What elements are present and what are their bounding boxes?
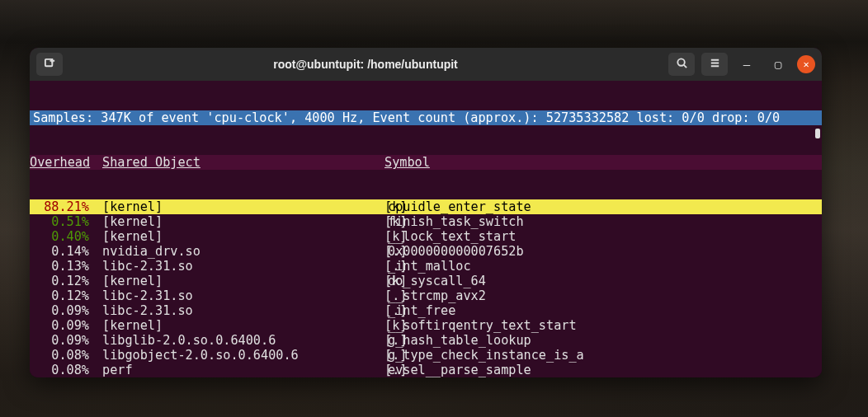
overhead-value: 0.08% — [30, 363, 96, 377]
svg-point-3 — [677, 59, 684, 65]
shared-object-value: libgobject-2.0.so.0.6400.6 — [96, 348, 351, 363]
header-shared-object: Shared Object — [96, 155, 351, 170]
perf-status-line: Samples: 347K of event 'cpu-clock', 4000… — [30, 110, 822, 125]
symbol-tag: [.] — [351, 333, 384, 348]
symbol-tag: [.] — [351, 259, 384, 274]
table-row[interactable]: 0.08%perf[.]evsel__parse_sample — [30, 363, 822, 377]
header-overhead: Overhead — [30, 155, 96, 170]
table-row[interactable]: 0.09%[kernel][k]__softirqentry_text_star… — [30, 318, 822, 333]
new-tab-button[interactable] — [36, 53, 63, 76]
symbol-tag: [.] — [351, 244, 384, 259]
table-row[interactable]: 0.12%libc-2.31.so[.]__strcmp_avx2 — [30, 288, 822, 303]
column-headers: OverheadShared ObjectSymbol — [30, 155, 822, 170]
terminal-window: root@ubuntupit: /home/ubuntupit — ▢ ✕ Sa… — [30, 48, 822, 377]
maximize-button[interactable]: ▢ — [766, 53, 790, 76]
symbol-tag: [k] — [351, 199, 384, 214]
perf-rows: 88.21%[kernel][k]cpuidle_enter_state0.51… — [30, 199, 822, 377]
symbol-value: g_type_check_instance_is_a — [384, 348, 822, 363]
symbol-value: do_syscall_64 — [384, 274, 822, 288]
overhead-value: 0.14% — [30, 244, 96, 259]
overhead-value: 0.09% — [30, 333, 96, 348]
minimize-icon: — — [743, 58, 750, 71]
shared-object-value: libc-2.31.so — [96, 288, 351, 303]
hamburger-icon — [709, 57, 721, 72]
symbol-value: __strcmp_avx2 — [384, 288, 822, 303]
symbol-tag: [k] — [351, 318, 384, 333]
shared-object-value: [kernel] — [96, 214, 351, 229]
search-icon — [676, 57, 688, 72]
close-icon: ✕ — [803, 59, 809, 70]
shared-object-value: [kernel] — [96, 229, 351, 244]
shared-object-value: libc-2.31.so — [96, 303, 351, 318]
search-button[interactable] — [668, 53, 695, 76]
table-row[interactable]: 0.51%[kernel][k]finish_task_switch — [30, 214, 822, 229]
window-title: root@ubuntupit: /home/ubuntupit — [69, 58, 662, 71]
svg-line-4 — [683, 65, 686, 68]
titlebar: root@ubuntupit: /home/ubuntupit — ▢ ✕ — [30, 48, 822, 81]
shared-object-value: perf — [96, 363, 351, 377]
symbol-value: _int_free — [384, 303, 822, 318]
menu-button[interactable] — [701, 53, 728, 76]
overhead-value: 0.51% — [30, 214, 96, 229]
close-button[interactable]: ✕ — [797, 55, 815, 73]
overhead-value: 0.09% — [30, 318, 96, 333]
table-row[interactable]: 0.40%[kernel][k]__lock_text_start — [30, 229, 822, 244]
new-tab-icon — [44, 57, 56, 72]
overhead-value: 0.13% — [30, 259, 96, 274]
symbol-tag: [k] — [351, 274, 384, 288]
table-row[interactable]: 0.13%libc-2.31.so[.]_int_malloc — [30, 259, 822, 274]
overhead-value: 0.12% — [30, 288, 96, 303]
minimize-button[interactable]: — — [734, 53, 759, 76]
shared-object-value: [kernel] — [96, 274, 351, 288]
table-row[interactable]: 0.09%libglib-2.0.so.0.6400.6[.]g_hash_ta… — [30, 333, 822, 348]
terminal-content[interactable]: Samples: 347K of event 'cpu-clock', 4000… — [30, 81, 822, 377]
shared-object-value: nvidia_drv.so — [96, 244, 351, 259]
scroll-indicator[interactable] — [815, 129, 820, 138]
titlebar-right: — ▢ ✕ — [668, 53, 815, 76]
table-row[interactable]: 0.12%[kernel][k]do_syscall_64 — [30, 274, 822, 288]
table-row[interactable]: 0.14%nvidia_drv.so[.]0x000000000007652b — [30, 244, 822, 259]
overhead-value: 0.09% — [30, 303, 96, 318]
symbol-tag: [.] — [351, 303, 384, 318]
symbol-tag: [.] — [351, 288, 384, 303]
symbol-tag: [.] — [351, 348, 384, 363]
symbol-value: g_hash_table_lookup — [384, 333, 822, 348]
symbol-value: __lock_text_start — [384, 229, 822, 244]
overhead-value: 0.40% — [30, 229, 96, 244]
shared-object-value: [kernel] — [96, 318, 351, 333]
shared-object-value: libglib-2.0.so.0.6400.6 — [96, 333, 351, 348]
symbol-tag: [k] — [351, 214, 384, 229]
shared-object-value: [kernel] — [96, 199, 351, 214]
table-row[interactable]: 88.21%[kernel][k]cpuidle_enter_state — [30, 199, 822, 214]
symbol-value: __softirqentry_text_start — [384, 318, 822, 333]
maximize-icon: ▢ — [775, 58, 781, 71]
overhead-value: 0.12% — [30, 274, 96, 288]
overhead-value: 88.21% — [30, 199, 96, 214]
header-symbol: Symbol — [351, 155, 822, 170]
symbol-tag: [k] — [351, 229, 384, 244]
symbol-value: 0x000000000007652b — [384, 244, 822, 259]
overhead-value: 0.08% — [30, 348, 96, 363]
table-row[interactable]: 0.08%libgobject-2.0.so.0.6400.6[.]g_type… — [30, 348, 822, 363]
symbol-value: _int_malloc — [384, 259, 822, 274]
symbol-tag: [.] — [351, 363, 384, 377]
symbol-value: cpuidle_enter_state — [384, 199, 822, 214]
shared-object-value: libc-2.31.so — [96, 259, 351, 274]
symbol-value: finish_task_switch — [384, 214, 822, 229]
table-row[interactable]: 0.09%libc-2.31.so[.]_int_free — [30, 303, 822, 318]
symbol-value: evsel__parse_sample — [384, 363, 822, 377]
